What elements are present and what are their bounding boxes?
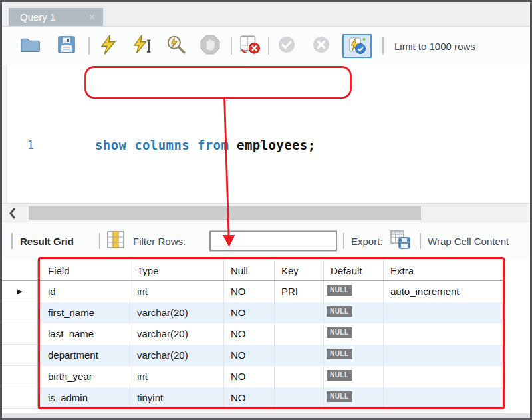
row-selector[interactable] xyxy=(2,302,38,323)
filter-rows-input[interactable] xyxy=(209,230,337,251)
execute-statement-icon[interactable] xyxy=(132,35,152,57)
column-header-null[interactable]: Null xyxy=(224,260,275,280)
cell-default[interactable]: NULL xyxy=(324,345,384,366)
scrollbar-thumb[interactable] xyxy=(29,206,421,220)
cell-extra[interactable]: auto_increment xyxy=(384,281,504,302)
select-all-corner[interactable] xyxy=(2,260,38,280)
cell-extra[interactable] xyxy=(384,323,504,345)
column-header-field[interactable]: Field xyxy=(38,260,130,280)
table-row[interactable]: departmentvarchar(20)NONULL xyxy=(2,345,504,366)
sql-statement[interactable]: show columns from employees; xyxy=(95,133,316,157)
table-row[interactable]: ▶idintNOPRINULLauto_increment xyxy=(2,281,504,302)
row-selector[interactable] xyxy=(2,345,38,366)
tab-title: Query 1 xyxy=(20,11,84,23)
grid-header-row: FieldTypeNullKeyDefaultExtra xyxy=(2,260,504,281)
result-grid-label: Result Grid xyxy=(20,235,74,246)
filter-rows-label: Filter Rows: xyxy=(133,235,186,246)
column-header-default[interactable]: Default xyxy=(324,260,384,280)
cell-key[interactable] xyxy=(275,323,324,345)
null-badge: NULL xyxy=(327,349,352,359)
cell-extra[interactable] xyxy=(384,345,504,366)
toolbar-separator xyxy=(420,233,421,249)
row-selector[interactable]: ▶ xyxy=(2,281,38,302)
table-row[interactable]: is_admintinyintNONULL xyxy=(2,387,504,409)
save-icon[interactable] xyxy=(58,36,75,56)
tab-close-icon[interactable]: × xyxy=(89,12,95,23)
null-badge: NULL xyxy=(327,370,352,381)
stop-on-error-toggle-icon[interactable] xyxy=(239,35,261,57)
toolbar-separator xyxy=(88,37,90,55)
limit-rows-dropdown[interactable]: Limit to 1000 rows xyxy=(394,40,475,51)
column-header-key[interactable]: Key xyxy=(275,260,324,280)
result-grid-view-icon[interactable] xyxy=(107,231,124,251)
cell-key[interactable] xyxy=(275,302,324,323)
cell-null[interactable]: NO xyxy=(224,387,275,409)
row-selector[interactable] xyxy=(2,366,38,387)
cell-null[interactable]: NO xyxy=(224,302,275,323)
null-badge: NULL xyxy=(327,306,352,317)
scroll-left-icon[interactable] xyxy=(9,207,17,222)
cell-type[interactable]: varchar(20) xyxy=(130,302,224,323)
export-recordset-icon[interactable] xyxy=(390,230,412,252)
row-selector[interactable] xyxy=(2,323,38,345)
current-row-marker-icon: ▶ xyxy=(17,288,22,295)
cell-default[interactable]: NULL xyxy=(324,323,384,345)
cell-type[interactable]: int xyxy=(130,366,224,387)
cell-default[interactable]: NULL xyxy=(324,302,384,323)
cell-field[interactable]: birth_year xyxy=(38,366,130,387)
null-badge: NULL xyxy=(327,327,352,338)
cell-type[interactable]: int xyxy=(130,281,224,302)
cell-key[interactable]: PRI xyxy=(275,281,324,302)
cell-default[interactable]: NULL xyxy=(324,366,384,387)
table-row[interactable]: last_namevarchar(20)NONULL xyxy=(2,323,504,345)
cell-field[interactable]: id xyxy=(38,281,130,302)
cell-default[interactable]: NULL xyxy=(324,281,384,302)
cell-key[interactable] xyxy=(275,387,324,409)
cell-null[interactable]: NO xyxy=(224,345,275,366)
tab-query-1[interactable]: Query 1 × xyxy=(9,8,103,26)
cell-extra[interactable] xyxy=(384,387,504,409)
line-number: 1 xyxy=(21,133,34,157)
wrap-cell-content-toggle[interactable]: Wrap Cell Content xyxy=(428,235,530,246)
toolbar-separator xyxy=(99,233,100,249)
sql-identifier: employees; xyxy=(237,138,315,152)
cell-key[interactable] xyxy=(275,366,324,387)
grid-body: ▶idintNOPRINULLauto_incrementfirst_namev… xyxy=(2,281,504,409)
cell-field[interactable]: department xyxy=(38,345,130,366)
toolbar-separator xyxy=(268,37,269,55)
explain-query-icon[interactable] xyxy=(166,35,187,57)
toolbar-separator xyxy=(343,233,344,249)
column-header-type[interactable]: Type xyxy=(130,260,224,280)
horizontal-scrollbar[interactable] xyxy=(2,203,530,222)
cell-type[interactable]: varchar(20) xyxy=(130,323,224,345)
export-label: Export: xyxy=(351,235,383,246)
cell-field[interactable]: last_name xyxy=(38,323,130,345)
panel-bottom-edge xyxy=(2,413,530,418)
cell-key[interactable] xyxy=(275,345,324,366)
cell-type[interactable]: varchar(20) xyxy=(130,345,224,366)
cell-extra[interactable] xyxy=(384,302,504,323)
toolbar-separator xyxy=(382,37,384,55)
commit-icon xyxy=(277,35,296,57)
table-row[interactable]: birth_yearintNONULL xyxy=(2,366,504,387)
autocommit-toggle-button[interactable] xyxy=(342,34,372,58)
cell-null[interactable]: NO xyxy=(224,323,275,345)
cell-field[interactable]: first_name xyxy=(38,302,130,323)
cell-type[interactable]: tinyint xyxy=(130,387,224,409)
cell-extra[interactable] xyxy=(384,366,504,387)
cell-null[interactable]: NO xyxy=(224,366,275,387)
query-tab-bar: Query 1 × xyxy=(2,2,530,27)
autocommit-icon xyxy=(348,37,366,55)
cell-field[interactable]: is_admin xyxy=(38,387,130,409)
execute-query-icon[interactable] xyxy=(99,35,119,57)
cell-default[interactable]: NULL xyxy=(324,387,384,409)
open-file-icon[interactable] xyxy=(21,36,41,55)
cell-null[interactable]: NO xyxy=(224,281,275,302)
null-badge: NULL xyxy=(327,391,352,402)
toolbar-separator xyxy=(231,37,232,55)
result-grid-toolbar: Result Grid Filter Rows: Export: Wrap Ce… xyxy=(2,222,530,259)
table-row[interactable]: first_namevarchar(20)NONULL xyxy=(2,302,504,323)
column-header-extra[interactable]: Extra xyxy=(384,260,504,280)
row-selector[interactable] xyxy=(2,387,38,409)
sql-editor[interactable]: 1 show columns from employees; xyxy=(2,65,530,203)
